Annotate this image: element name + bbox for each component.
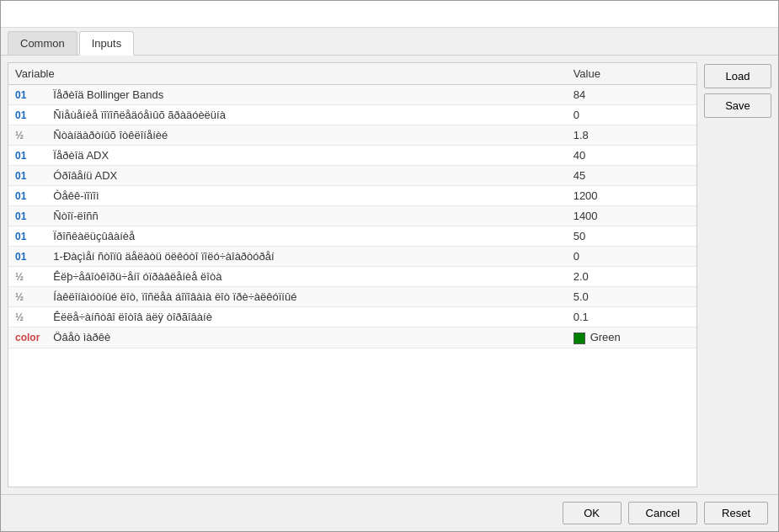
row-value: 1.8 bbox=[567, 125, 696, 146]
table-row: 01Ñìåùåíèå ïîïîñëåäóåìûõ ãðàäóèëüíà0 bbox=[8, 105, 696, 125]
row-value: 0 bbox=[567, 247, 696, 267]
row-value: 5.0 bbox=[567, 287, 696, 307]
row-variable-name: Öâåò ìàðêè bbox=[46, 327, 566, 348]
row-value: 50 bbox=[567, 226, 696, 247]
table-row: 01Ñòîï-ëîññ1400 bbox=[8, 206, 696, 226]
table-row: 01Ïåðèîä ADX40 bbox=[8, 146, 696, 166]
table-row: ½Íàêëîíàìóòíûé ëîò, ïîñëåà áîïîâàìà ëîò … bbox=[8, 287, 696, 307]
row-variable-name: Íàêëîíàìóòíûé ëîò, ïîñëåà áîïîâàìà ëîò ï… bbox=[46, 287, 566, 307]
row-type-badge: 01 bbox=[8, 105, 46, 125]
row-variable-name: Ñòîï-ëîññ bbox=[46, 206, 566, 226]
save-button[interactable]: Save bbox=[704, 93, 771, 118]
tab-common[interactable]: Common bbox=[8, 31, 77, 55]
row-type-badge: 01 bbox=[8, 85, 46, 105]
row-value: 45 bbox=[567, 166, 696, 186]
row-value: Green bbox=[567, 327, 696, 348]
table-row: 011-Ðàçìåí ñòîïû äåëàòü öëêóòî ïîëó÷àîàð… bbox=[8, 247, 696, 267]
row-type-badge: 01 bbox=[8, 186, 46, 206]
data-table: Variable Value 01Ïåðèîä Bollinger Bands8… bbox=[8, 63, 696, 348]
row-value: 2.0 bbox=[567, 267, 696, 287]
cancel-button[interactable]: Cancel bbox=[628, 502, 697, 524]
row-variable-name: Ïåðèîä ADX bbox=[46, 146, 566, 166]
ok-button[interactable]: OK bbox=[563, 502, 622, 524]
row-variable-name: Ñòàíäàðòíûõ îòêëîíåíèé bbox=[46, 125, 566, 146]
data-table-container: Variable Value 01Ïåðèîä Bollinger Bands8… bbox=[8, 62, 697, 487]
table-row: 01Ïðîñêàëüçûâàíèå50 bbox=[8, 226, 696, 247]
side-button-panel: Load Save bbox=[704, 62, 771, 487]
table-row: 01Óðîâåíü ADX45 bbox=[8, 166, 696, 186]
column-header-variable: Variable bbox=[8, 63, 567, 85]
row-type-badge: 01 bbox=[8, 226, 46, 247]
row-type-badge: ½ bbox=[8, 307, 46, 327]
row-value: 40 bbox=[567, 146, 696, 166]
row-variable-name: Ïðîñêàëüçûâàíèå bbox=[46, 226, 566, 247]
row-type-badge: 01 bbox=[8, 166, 46, 186]
row-type-badge: 01 bbox=[8, 247, 46, 267]
row-variable-name: Êëëå÷àíñòâî ëîòîâ äëÿ òîðãîâàíè bbox=[46, 307, 566, 327]
row-variable-name: Òåêê-ïîïîì bbox=[46, 186, 566, 206]
tab-bar: Common Inputs bbox=[1, 28, 778, 56]
row-type-badge: ½ bbox=[8, 287, 46, 307]
bottom-bar: OK Cancel Reset bbox=[1, 494, 778, 531]
row-value: 1200 bbox=[567, 186, 696, 206]
color-swatch bbox=[574, 332, 585, 344]
row-variable-name: Êëþ÷åâîòêîðü÷åíî óïðàâëåíèå ëîòà bbox=[46, 267, 566, 287]
row-variable-name: Ñìåùåíèå ïîïîñëåäóåìûõ ãðàäóèëüíà bbox=[46, 105, 566, 125]
row-variable-name: 1-Ðàçìåí ñòîïû äåëàòü öëêóòî ïîëó÷àîàðòó… bbox=[46, 247, 566, 267]
table-row: ½Êëþ÷åâîòêîðü÷åíî óïðàâëåíèå ëîòà2.0 bbox=[8, 267, 696, 287]
row-variable-name: Ïåðèîä Bollinger Bands bbox=[46, 85, 566, 105]
load-button[interactable]: Load bbox=[704, 64, 771, 88]
column-header-value: Value bbox=[567, 63, 696, 85]
row-type-badge: 01 bbox=[8, 146, 46, 166]
content-area: Variable Value 01Ïåðèîä Bollinger Bands8… bbox=[1, 56, 778, 494]
row-value: 0 bbox=[567, 105, 696, 125]
row-value: 84 bbox=[567, 85, 696, 105]
table-row: 01Ïåðèîä Bollinger Bands84 bbox=[8, 85, 696, 105]
row-value: 0.1 bbox=[567, 307, 696, 327]
row-type-badge: 01 bbox=[8, 206, 46, 226]
reset-button[interactable]: Reset bbox=[704, 502, 768, 524]
row-value: 1400 bbox=[567, 206, 696, 226]
row-variable-name: Óðîâåíü ADX bbox=[46, 166, 566, 186]
row-type-badge: color bbox=[8, 327, 46, 348]
title-bar bbox=[1, 1, 778, 28]
tab-inputs[interactable]: Inputs bbox=[79, 31, 134, 56]
table-row: ½Êëëå÷àíñòâî ëîòîâ äëÿ òîðãîâàíè0.1 bbox=[8, 307, 696, 327]
table-row: ½Ñòàíäàðòíûõ îòêëîíåíèé1.8 bbox=[8, 125, 696, 146]
row-type-badge: ½ bbox=[8, 125, 46, 146]
table-row: 01Òåêê-ïîïîì1200 bbox=[8, 186, 696, 206]
row-type-badge: ½ bbox=[8, 267, 46, 287]
table-row: colorÖâåò ìàðêèGreen bbox=[8, 327, 696, 348]
main-window: Common Inputs Variable Value 01Ïåðèîä Bo… bbox=[0, 0, 779, 532]
